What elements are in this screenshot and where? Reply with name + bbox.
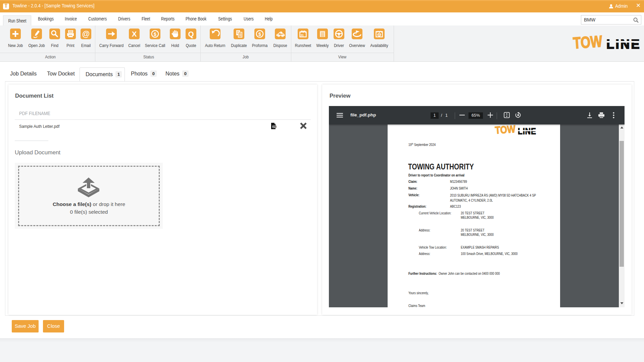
svg-text:$: $ bbox=[280, 31, 282, 35]
svg-text:@: @ bbox=[82, 30, 90, 38]
svg-text:Q: Q bbox=[188, 30, 194, 38]
svg-text:PDF: PDF bbox=[273, 126, 277, 128]
